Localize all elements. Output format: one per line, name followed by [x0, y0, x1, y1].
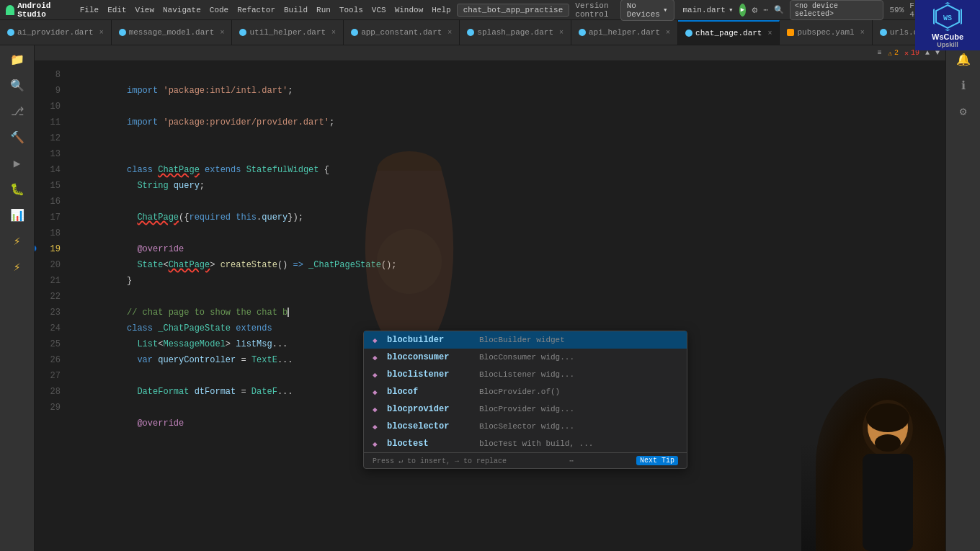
- menu-view[interactable]: View: [135, 6, 154, 14]
- code-line-16: ChatPage({required this.query});: [69, 194, 945, 210]
- tab-app-constant[interactable]: app_constant.dart ×: [344, 20, 460, 45]
- ac-icon-2: ◆: [373, 370, 381, 380]
- menu-navigate[interactable]: Navigate: [163, 6, 201, 14]
- close-icon[interactable]: ×: [447, 29, 452, 37]
- tab-label: ai_provider.dart: [17, 28, 94, 37]
- ac-keyword-6: bloctest: [387, 439, 473, 449]
- tab-chat-page[interactable]: chat_page.dart ×: [678, 20, 780, 45]
- menu-run[interactable]: Run: [316, 6, 331, 14]
- code-line-23: class _ChatPageState extends: [69, 305, 945, 321]
- dart-icon: [467, 29, 474, 36]
- sidebar-debug-icon[interactable]: 🐛: [9, 181, 26, 198]
- dart-icon: [685, 30, 692, 37]
- ac-keyword-1: blocconsumer: [387, 352, 473, 362]
- tab-message-model[interactable]: message_model.dart ×: [112, 20, 233, 45]
- dart-icon: [351, 29, 358, 36]
- close-icon[interactable]: ×: [331, 29, 336, 37]
- autocomplete-item-3[interactable]: ◆ blocof BlocProvider.of(): [364, 383, 687, 400]
- yaml-icon: [787, 29, 794, 36]
- project-name[interactable]: chat_bot_app_practise: [457, 4, 570, 17]
- dart-icon: [119, 29, 126, 36]
- menu-vcs[interactable]: VCS: [372, 6, 386, 14]
- close-icon[interactable]: ×: [220, 29, 224, 37]
- ac-icon-6: ◆: [373, 439, 381, 449]
- menu-window[interactable]: Window: [395, 6, 424, 14]
- close-icon[interactable]: ×: [860, 29, 865, 37]
- close-icon[interactable]: ×: [99, 29, 104, 37]
- autocomplete-more-icon: ⋯: [569, 457, 574, 465]
- version-control[interactable]: Version control: [575, 1, 614, 19]
- main-dart-selector[interactable]: main.dart ▾: [680, 5, 734, 14]
- close-icon[interactable]: ×: [559, 29, 564, 37]
- menu-refactor[interactable]: Refactor: [237, 6, 275, 14]
- autocomplete-item-0[interactable]: ◆ blocbuilder BlocBuilder widget: [364, 331, 687, 349]
- autocomplete-item-5[interactable]: ◆ blocselector BlocSelector widg...: [364, 418, 687, 435]
- code-line-10: import 'package:provider/provider.dart';: [69, 99, 945, 115]
- code-line-18: @override: [69, 225, 945, 241]
- sidebar-build-icon[interactable]: 🔨: [9, 129, 26, 146]
- search-icon[interactable]: 🔍: [774, 5, 784, 14]
- ac-keyword-5: blocselector: [387, 421, 473, 431]
- right-sidebar-info-icon[interactable]: ℹ: [955, 77, 972, 94]
- tab-pubspec[interactable]: pubspec.yaml ×: [780, 20, 872, 45]
- ac-icon-5: ◆: [373, 422, 381, 431]
- tab-splash-page[interactable]: splash_page.dart ×: [460, 20, 571, 45]
- dart-icon: [239, 29, 246, 36]
- ac-desc-2: BlocListener widg...: [479, 370, 574, 379]
- menu-edit[interactable]: Edit: [107, 6, 126, 14]
- autocomplete-item-6[interactable]: ◆ bloctest blocTest with build, ...: [364, 435, 687, 452]
- wscube-logo: WS WsCube Upskill: [915, 0, 980, 50]
- menu-file[interactable]: File: [80, 6, 99, 14]
- autocomplete-item-2[interactable]: ◆ bloclistener BlocListener widg...: [364, 366, 687, 383]
- menu-help[interactable]: Help: [432, 6, 450, 14]
- autocomplete-item-4[interactable]: ◆ blocprovider BlocProvider widg...: [364, 400, 687, 418]
- tab-util-helper[interactable]: util_helper.dart ×: [232, 20, 344, 45]
- sidebar-vcs-icon[interactable]: ⎇: [9, 103, 26, 120]
- right-sidebar-settings-icon[interactable]: ⚙: [955, 103, 972, 120]
- line-numbers: 8 9 10 11 12 13 14 15 16 17 18 19 🔵 20 2…: [35, 61, 69, 551]
- sidebar-profiler-icon[interactable]: 📊: [9, 207, 26, 224]
- autocomplete-dropdown: ◆ blocbuilder BlocBuilder widget ◆ blocc…: [363, 331, 687, 469]
- tab-api-helper[interactable]: api_helper.dart ×: [571, 20, 678, 45]
- android-icon: [6, 5, 14, 15]
- ac-keyword-3: blocof: [387, 387, 473, 397]
- tab-label: pubspec.yaml: [797, 28, 854, 37]
- no-devices-button[interactable]: No Devices ▾: [620, 0, 674, 21]
- sidebar-lightning2-icon[interactable]: ⚡: [9, 259, 26, 276]
- next-tip-button[interactable]: Next Tip: [636, 456, 678, 465]
- sidebar-lightning-icon[interactable]: ⚡: [9, 233, 26, 250]
- svg-rect-6: [863, 454, 913, 551]
- code-line-14: String query;: [69, 162, 945, 178]
- sidebar-project-icon[interactable]: 📁: [9, 51, 26, 68]
- top-bar-center: chat_bot_app_practise Version control No…: [457, 0, 768, 21]
- ac-icon-1: ◆: [373, 353, 381, 362]
- close-icon[interactable]: ×: [767, 30, 772, 37]
- menu-code[interactable]: Code: [210, 6, 228, 14]
- main-dart-label: main.dart: [683, 6, 726, 14]
- system-bar: Android Studio File Edit View Navigate C…: [0, 0, 980, 20]
- wscube-label: WsCube: [932, 32, 963, 41]
- warning-icon: ⚠: [888, 49, 892, 58]
- tab-label: util_helper.dart: [249, 28, 326, 37]
- sidebar-run-icon[interactable]: ▶: [9, 155, 26, 172]
- more-options-icon[interactable]: ⋯: [763, 5, 768, 14]
- structure-icon[interactable]: ≡: [878, 49, 882, 57]
- ac-icon-0: ◆: [373, 336, 381, 345]
- autocomplete-item-1[interactable]: ◆ blocconsumer BlocConsumer widg...: [364, 349, 687, 366]
- top-bar-left: Android Studio File Edit View Navigate C…: [6, 1, 451, 19]
- run-button[interactable]: ▶: [739, 4, 747, 17]
- ac-desc-0: BlocBuilder widget: [479, 336, 565, 344]
- ac-keyword-4: blocprovider: [387, 404, 473, 414]
- device-selector[interactable]: <no device selected>: [790, 0, 884, 20]
- chevron-down-icon: ▾: [663, 5, 668, 14]
- menu-tools[interactable]: Tools: [339, 6, 363, 14]
- debug-icon[interactable]: ⚙: [752, 4, 757, 16]
- right-sidebar-notifications-icon[interactable]: 🔔: [955, 51, 972, 68]
- code-line-8: import 'package:intl/intl.dart';: [69, 67, 945, 83]
- close-icon[interactable]: ×: [666, 29, 670, 37]
- menu-build[interactable]: Build: [284, 6, 308, 14]
- ac-icon-4: ◆: [373, 405, 381, 414]
- wscube-hex-icon: WS: [933, 2, 962, 31]
- sidebar-search-icon[interactable]: 🔍: [9, 77, 26, 94]
- tab-ai-provider[interactable]: ai_provider.dart ×: [0, 20, 112, 45]
